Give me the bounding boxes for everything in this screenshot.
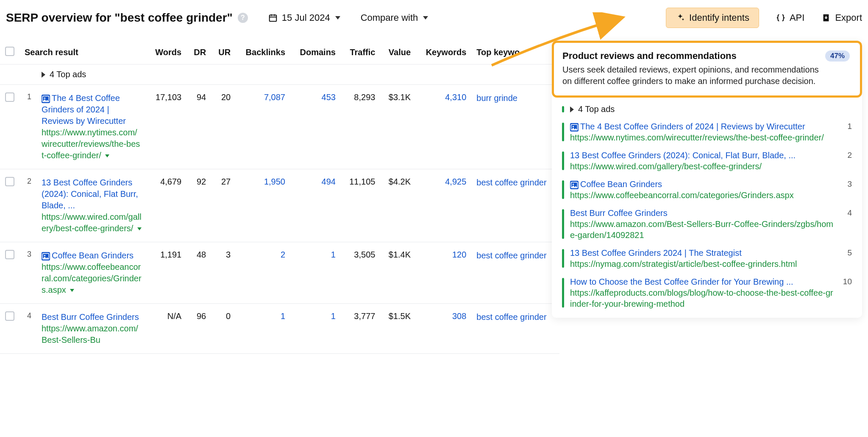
cell-backlinks[interactable]: 2 bbox=[236, 242, 290, 304]
cell-traffic: 3,505 bbox=[341, 242, 380, 304]
expand-icon bbox=[570, 106, 574, 112]
api-button[interactable]: API bbox=[776, 12, 804, 23]
intent-ads-label: 4 Top ads bbox=[578, 104, 615, 114]
table-row: 213 Best Coffee Grinders (2024): Conical… bbox=[0, 169, 559, 242]
col-words[interactable]: Words bbox=[147, 41, 186, 64]
chevron-down-icon[interactable] bbox=[137, 227, 142, 230]
intent-result-url[interactable]: https://www.coffeebeancorral.com/categor… bbox=[570, 190, 835, 201]
cell-value: $4.2K bbox=[380, 169, 416, 242]
intent-result-url[interactable]: https://www.nytimes.com/wirecutter/revie… bbox=[570, 132, 835, 143]
intent-result-title[interactable]: Coffee Bean Grinders bbox=[570, 179, 835, 190]
intent-percentage-badge: 47% bbox=[825, 50, 850, 62]
export-button[interactable]: Export bbox=[821, 12, 862, 23]
result-url[interactable]: https://www.coffeebeancorral.com/categor… bbox=[42, 261, 142, 296]
cell-domains[interactable]: 494 bbox=[290, 169, 341, 242]
api-label: API bbox=[790, 12, 804, 23]
cell-top-keyword[interactable]: best coffee grinder bbox=[471, 242, 559, 304]
intent-bar bbox=[562, 106, 564, 112]
cell-keywords[interactable]: 4,310 bbox=[416, 85, 471, 169]
col-domains[interactable]: Domains bbox=[290, 41, 341, 64]
cell-words: N/A bbox=[147, 304, 186, 354]
image-result-icon bbox=[42, 95, 50, 103]
cell-value: $3.1K bbox=[380, 85, 416, 169]
intent-result-title[interactable]: How to Choose the Best Coffee Grinder fo… bbox=[570, 276, 835, 287]
cell-top-keyword[interactable]: best coffee grinder bbox=[471, 169, 559, 242]
cell-backlinks[interactable]: 7,087 bbox=[236, 85, 290, 169]
col-value[interactable]: Value bbox=[380, 41, 416, 64]
export-label: Export bbox=[835, 12, 862, 23]
help-icon[interactable]: ? bbox=[238, 13, 248, 23]
select-all-checkbox[interactable] bbox=[5, 47, 14, 56]
col-top-keyword[interactable]: Top keywo bbox=[471, 41, 559, 64]
intent-result-url[interactable]: https://www.amazon.com/Best-Sellers-Burr… bbox=[570, 218, 835, 241]
download-icon bbox=[821, 13, 831, 22]
cell-keywords[interactable]: 120 bbox=[416, 242, 471, 304]
ads-row-label: 4 Top ads bbox=[50, 70, 86, 79]
intent-result-url[interactable]: https://nymag.com/strategist/article/bes… bbox=[570, 258, 835, 269]
result-title[interactable]: Best Burr Coffee Grinders bbox=[42, 311, 142, 323]
cell-ur: 27 bbox=[211, 169, 236, 242]
cell-top-keyword[interactable]: best coffee grinder bbox=[471, 304, 559, 354]
result-title[interactable]: 13 Best Coffee Grinders (2024): Conical,… bbox=[42, 177, 142, 211]
intent-bar bbox=[562, 123, 564, 141]
col-search-result[interactable]: Search result bbox=[19, 41, 147, 64]
cell-backlinks[interactable]: 1,950 bbox=[236, 169, 290, 242]
result-url[interactable]: https://www.nytimes.com/wirecutter/revie… bbox=[42, 127, 142, 161]
col-dr[interactable]: DR bbox=[186, 41, 211, 64]
col-keywords[interactable]: Keywords bbox=[416, 41, 471, 64]
row-checkbox[interactable] bbox=[5, 177, 14, 186]
col-traffic[interactable]: Traffic bbox=[341, 41, 380, 64]
expand-icon bbox=[42, 72, 45, 78]
intent-result-title[interactable]: 13 Best Coffee Grinders (2024): Conical,… bbox=[570, 150, 835, 161]
intent-result-url[interactable]: https://www.wired.com/gallery/best-coffe… bbox=[570, 161, 835, 172]
date-picker[interactable]: 15 Jul 2024 bbox=[268, 12, 340, 23]
image-result-icon bbox=[570, 181, 579, 189]
row-checkbox[interactable] bbox=[5, 250, 14, 259]
result-title[interactable]: The 4 Best Coffee Grinders of 2024 | Rev… bbox=[42, 92, 142, 127]
cell-domains[interactable]: 1 bbox=[290, 304, 341, 354]
calendar-icon bbox=[268, 13, 278, 22]
row-checkbox[interactable] bbox=[5, 92, 14, 102]
intent-result-row: How to Choose the Best Coffee Grinder fo… bbox=[562, 273, 852, 313]
cell-ur: 0 bbox=[211, 304, 236, 354]
cell-domains[interactable]: 453 bbox=[290, 85, 341, 169]
cell-words: 4,679 bbox=[147, 169, 186, 242]
table-ads-row[interactable]: 4 Top ads bbox=[0, 64, 559, 85]
date-value: 15 Jul 2024 bbox=[282, 12, 330, 23]
result-url[interactable]: https://www.amazon.com/Best-Sellers-Bu bbox=[42, 323, 142, 346]
intent-result-title[interactable]: The 4 Best Coffee Grinders of 2024 | Rev… bbox=[570, 121, 835, 132]
cell-traffic: 8,293 bbox=[341, 85, 380, 169]
table-row: 1The 4 Best Coffee Grinders of 2024 | Re… bbox=[0, 85, 559, 169]
topbar: SERP overview for "best coffee grinder" … bbox=[0, 0, 868, 41]
result-url[interactable]: https://www.wired.com/gallery/best-coffe… bbox=[42, 211, 142, 234]
col-backlinks[interactable]: Backlinks bbox=[236, 41, 290, 64]
col-ur[interactable]: UR bbox=[211, 41, 236, 64]
svg-point-4 bbox=[44, 255, 45, 256]
cell-ur: 3 bbox=[211, 242, 236, 304]
cell-keywords[interactable]: 4,925 bbox=[416, 169, 471, 242]
result-title[interactable]: Coffee Bean Grinders bbox=[42, 250, 142, 261]
row-checkbox[interactable] bbox=[5, 311, 14, 321]
chevron-down-icon[interactable] bbox=[70, 289, 74, 292]
chevron-down-icon bbox=[423, 16, 428, 20]
svg-point-8 bbox=[573, 183, 574, 185]
cell-backlinks[interactable]: 1 bbox=[236, 304, 290, 354]
page-title: SERP overview for "best coffee grinder" bbox=[6, 11, 233, 25]
intent-result-row: 13 Best Coffee Grinders 2024 | The Strat… bbox=[562, 244, 852, 273]
braces-icon bbox=[776, 13, 785, 22]
cell-domains[interactable]: 1 bbox=[290, 242, 341, 304]
row-index: 4 bbox=[19, 304, 36, 354]
identify-intents-label: Identify intents bbox=[689, 12, 749, 23]
cell-dr: 92 bbox=[186, 169, 211, 242]
intent-bar bbox=[562, 151, 564, 170]
chevron-down-icon[interactable] bbox=[105, 154, 109, 157]
intent-result-title[interactable]: 13 Best Coffee Grinders 2024 | The Strat… bbox=[570, 247, 835, 258]
intent-result-url[interactable]: https://kaffeproducts.com/blogs/blog/how… bbox=[570, 287, 835, 309]
identify-intents-button[interactable]: Identify intents bbox=[666, 8, 759, 28]
cell-top-keyword[interactable]: burr grinde bbox=[471, 85, 559, 169]
compare-picker[interactable]: Compare with bbox=[361, 12, 428, 23]
row-index: 1 bbox=[19, 85, 36, 169]
cell-keywords[interactable]: 308 bbox=[416, 304, 471, 354]
intent-result-title[interactable]: Best Burr Coffee Grinders bbox=[570, 207, 835, 218]
intent-ads-row[interactable]: 4 Top ads bbox=[562, 101, 852, 118]
